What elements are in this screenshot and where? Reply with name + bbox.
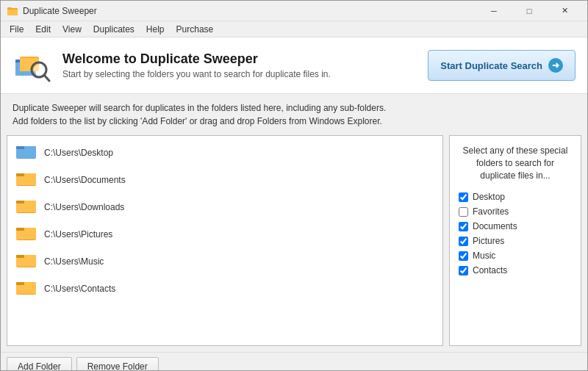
special-folder-checkbox-item[interactable]: Pictures: [459, 236, 572, 246]
window-controls: ─ □ ✕: [477, 1, 581, 21]
folder-item[interactable]: C:\Users\Pictures: [7, 220, 442, 248]
checkbox-label: Contacts: [473, 265, 507, 275]
start-btn-label: Start Duplicate Search: [440, 60, 542, 71]
checkbox-desktop[interactable]: [459, 192, 468, 202]
svg-rect-13: [16, 146, 24, 149]
info-line2: Add folders to the list by clicking 'Add…: [12, 115, 576, 128]
special-folders-panel: Select any of these special folders to s…: [449, 135, 581, 346]
svg-line-10: [44, 75, 49, 81]
menu-item-edit[interactable]: Edit: [29, 21, 57, 37]
folder-item[interactable]: C:\Users\Documents: [7, 166, 442, 193]
folder-icon: [16, 252, 37, 270]
right-panel-title: Select any of these special folders to s…: [459, 145, 572, 181]
folder-item[interactable]: C:\Users\Music: [7, 248, 442, 275]
menu-bar: FileEditViewDuplicatesHelpPurchase: [1, 21, 587, 37]
menu-item-help[interactable]: Help: [140, 21, 171, 37]
header-subtitle: Start by selecting the folders you want …: [62, 69, 416, 79]
add-folder-button[interactable]: Add Folder: [7, 357, 72, 371]
svg-rect-28: [16, 282, 24, 285]
svg-point-9: [34, 65, 44, 75]
folder-icon: [16, 198, 37, 216]
folder-icon: [16, 225, 37, 243]
folder-icon: [16, 143, 37, 162]
checkbox-label: Favorites: [473, 206, 509, 217]
special-folder-checkbox-item[interactable]: Music: [459, 251, 572, 261]
title-bar: Duplicate Sweeper ─ □ ✕: [1, 1, 587, 21]
folder-path: C:\Users\Desktop: [44, 148, 113, 158]
app-icon: [7, 5, 18, 17]
svg-rect-22: [16, 228, 24, 231]
checkbox-label: Desktop: [473, 192, 505, 202]
folder-item[interactable]: C:\Users\Downloads: [7, 193, 442, 220]
header-text: Welcome to Duplicate Sweeper Start by se…: [62, 51, 416, 79]
header-banner: Welcome to Duplicate Sweeper Start by se…: [1, 37, 587, 94]
checkbox-music[interactable]: [459, 251, 468, 261]
checkbox-label: Pictures: [473, 236, 504, 246]
special-folder-checkbox-item[interactable]: Contacts: [459, 265, 572, 275]
svg-rect-2: [7, 7, 12, 10]
folder-icon: [16, 170, 37, 189]
special-folder-checkbox-item[interactable]: Documents: [459, 221, 572, 231]
folder-list-panel[interactable]: C:\Users\Desktop C:\Users\Documents C:\U…: [7, 135, 443, 346]
checkbox-label: Music: [473, 251, 495, 261]
checkbox-contacts[interactable]: [459, 266, 468, 275]
svg-rect-16: [16, 173, 24, 176]
svg-rect-25: [16, 255, 24, 258]
folder-item[interactable]: C:\Users\Contacts: [7, 275, 442, 302]
app-logo: [12, 46, 51, 84]
menu-item-file[interactable]: File: [4, 21, 29, 37]
folder-path: C:\Users\Documents: [44, 175, 126, 185]
svg-rect-1: [7, 10, 18, 15]
bottom-bar: Add Folder Remove Folder: [1, 352, 587, 371]
checkbox-documents[interactable]: [459, 222, 468, 231]
menu-item-view[interactable]: View: [57, 21, 87, 37]
folder-path: C:\Users\Downloads: [44, 202, 124, 212]
app-title: Duplicate Sweeper: [23, 6, 477, 16]
menu-item-purchase[interactable]: Purchase: [171, 21, 220, 37]
close-button[interactable]: ✕: [548, 1, 581, 21]
checkbox-favorites[interactable]: [459, 207, 468, 217]
folder-path: C:\Users\Pictures: [44, 229, 112, 239]
main-content: C:\Users\Desktop C:\Users\Documents C:\U…: [1, 135, 587, 352]
checkbox-label: Documents: [473, 221, 517, 231]
arrow-right-icon: ➜: [548, 58, 563, 73]
checkbox-pictures[interactable]: [459, 237, 468, 246]
start-duplicate-search-button[interactable]: Start Duplicate Search ➜: [428, 50, 576, 81]
special-folder-checkbox-item[interactable]: Desktop: [459, 192, 572, 202]
info-line1: Duplicate Sweeper will search for duplic…: [12, 101, 576, 115]
svg-rect-19: [16, 201, 24, 203]
maximize-button[interactable]: □: [512, 1, 546, 21]
header-title: Welcome to Duplicate Sweeper: [62, 51, 416, 67]
folder-path: C:\Users\Music: [44, 256, 104, 267]
remove-folder-button[interactable]: Remove Folder: [76, 357, 159, 371]
minimize-button[interactable]: ─: [477, 1, 511, 21]
info-text: Duplicate Sweeper will search for duplic…: [1, 94, 587, 135]
folder-item[interactable]: C:\Users\Desktop: [7, 139, 442, 166]
folder-icon: [16, 279, 37, 298]
checkbox-list: DesktopFavoritesDocumentsPicturesMusicCo…: [459, 192, 572, 280]
special-folder-checkbox-item[interactable]: Favorites: [459, 206, 572, 217]
folder-path: C:\Users\Contacts: [44, 284, 115, 294]
menu-item-duplicates[interactable]: Duplicates: [87, 21, 140, 37]
